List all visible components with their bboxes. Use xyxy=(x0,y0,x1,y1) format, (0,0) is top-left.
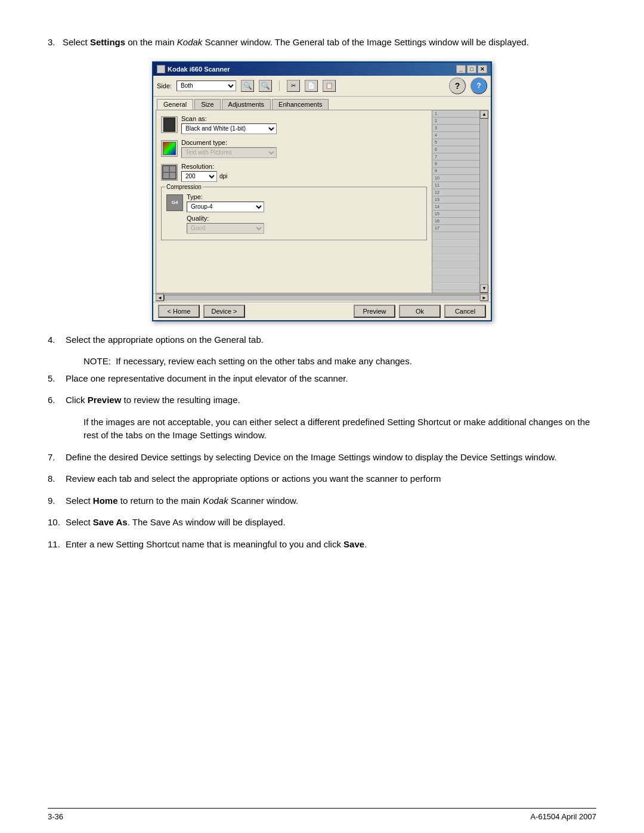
compression-icon: G4 xyxy=(166,194,183,211)
device-button[interactable]: Device > xyxy=(203,305,245,318)
scan-as-row: Scan as: Black and White (1-bit) xyxy=(161,115,427,134)
page-number: 3-36 xyxy=(48,812,63,821)
compression-type-dropdown[interactable]: Group-4 xyxy=(187,202,264,212)
document-id: A-61504 April 2007 xyxy=(530,812,596,821)
doctype-field-group: Document type: Text with Pictures xyxy=(181,139,277,158)
ok-button[interactable]: Ok xyxy=(399,305,441,318)
minimize-button[interactable]: _ xyxy=(456,65,466,73)
step-5: 5. Place one representative document in … xyxy=(48,372,596,386)
step-10: 10. Select Save As. The Save As window w… xyxy=(48,516,596,529)
dialog-main-panel: Scan as: Black and White (1-bit) xyxy=(156,110,432,293)
toolbar-icon-5[interactable]: 📋 xyxy=(323,80,336,92)
scan-as-dropdown[interactable]: Black and White (1-bit) xyxy=(181,123,277,134)
steps-list: 4. Select the appropriate options on the… xyxy=(48,333,596,552)
doctype-section: Document type: Text with Pictures xyxy=(161,139,427,158)
resolution-label: Resolution: xyxy=(181,163,227,170)
step-4-number: 4. xyxy=(48,333,66,347)
quality-field-group: Quality: Good xyxy=(187,215,264,234)
resolution-field-group: Resolution: 200 dpi xyxy=(181,163,227,182)
close-button[interactable]: ✕ xyxy=(478,65,487,73)
resolution-row: Resolution: 200 dpi xyxy=(161,163,427,182)
note-num xyxy=(48,355,66,368)
empty-space xyxy=(161,240,427,288)
compression-group-box: Compression G4 Type: Group-4 xyxy=(161,187,427,240)
step-9-number: 9. xyxy=(48,494,66,508)
quality-dropdown[interactable]: Good xyxy=(187,223,264,234)
doctype-dropdown[interactable]: Text with Pictures xyxy=(181,147,277,158)
scrollbar-down-button[interactable]: ▼ xyxy=(480,284,488,293)
step-3-number: 3. Select xyxy=(48,37,90,47)
step-6-number: 6. xyxy=(48,394,66,407)
step-7-content: Define the desired Device settings by se… xyxy=(66,451,596,465)
quality-label: Quality: xyxy=(187,215,264,222)
scan-as-field-group: Scan as: Black and White (1-bit) xyxy=(181,115,277,134)
tab-general[interactable]: General xyxy=(157,99,193,110)
titlebar-buttons[interactable]: _ □ ✕ xyxy=(456,65,487,73)
maximize-button[interactable]: □ xyxy=(467,65,476,73)
scroll-right-button[interactable]: ► xyxy=(480,294,488,301)
help-button-2[interactable]: ? xyxy=(470,78,487,94)
dialog-toolbar: Side: Both 🔍 🔍 ✂ 📄 📋 ? ? xyxy=(153,76,491,97)
dialog-title: Kodak i660 Scanner xyxy=(168,66,230,73)
settings-bold: Settings xyxy=(90,37,125,47)
step-8: 8. Review each tab and select the approp… xyxy=(48,472,596,486)
step-4: 4. Select the appropriate options on the… xyxy=(48,333,596,347)
dialog-body: Scan as: Black and White (1-bit) xyxy=(156,110,488,293)
color-icon xyxy=(161,140,178,157)
toolbar-icon-4[interactable]: 📄 xyxy=(305,80,318,92)
step-11: 11. Enter a new Setting Shortcut name th… xyxy=(48,538,596,552)
resolution-icon xyxy=(161,164,178,181)
scan-as-label: Scan as: xyxy=(181,115,277,122)
note-content: NOTE: If necessary, review each setting … xyxy=(83,355,596,368)
scan-as-section: Scan as: Black and White (1-bit) xyxy=(161,115,427,134)
dpi-label: dpi xyxy=(219,173,227,179)
scan-icon xyxy=(161,116,178,133)
compression-group-title: Compression xyxy=(165,184,203,190)
cancel-button[interactable]: Cancel xyxy=(444,305,486,318)
resolution-controls: 200 dpi xyxy=(181,171,227,182)
toolbar-icon-2[interactable]: 🔍 xyxy=(259,80,272,92)
step-11-content: Enter a new Setting Shortcut name that i… xyxy=(66,538,596,552)
dialog-footer: < Home Device > Preview Ok Cancel xyxy=(153,302,491,320)
step-6c-content: If the images are not acceptable, you ca… xyxy=(83,416,596,442)
tab-adjustments[interactable]: Adjustments xyxy=(222,99,271,110)
home-button[interactable]: < Home xyxy=(158,305,200,318)
toolbar-icon-1[interactable]: 🔍 xyxy=(241,80,254,92)
step-5-content: Place one representative document in the… xyxy=(66,372,596,386)
step-9-content: Select Home to return to the main Kodak … xyxy=(66,494,596,508)
scroll-left-button[interactable]: ◄ xyxy=(156,294,164,301)
side-dropdown[interactable]: Both xyxy=(177,80,236,91)
step-9: 9. Select Home to return to the main Kod… xyxy=(48,494,596,508)
step-11-number: 11. xyxy=(48,538,66,552)
quality-row: Quality: Good xyxy=(166,215,422,234)
scrollbar-up-button[interactable]: ▲ xyxy=(480,110,488,119)
step-8-content: Review each tab and select the appropria… xyxy=(66,472,596,486)
compression-type-row: G4 Type: Group-4 xyxy=(166,193,422,212)
dialog-scrollbar[interactable]: ▲ ▼ xyxy=(479,110,488,293)
step-10-content: Select Save As. The Save As window will … xyxy=(66,516,596,529)
kodak-italic: Kodak xyxy=(177,37,203,47)
resolution-dropdown[interactable]: 200 xyxy=(181,171,217,182)
compression-type-label: Type: xyxy=(187,193,264,200)
preview-ruler: 1 2 3 4 5 6 7 8 9 10 11 12 13 14 15 16 1 xyxy=(432,110,479,293)
step-6c-num xyxy=(48,416,66,442)
side-label: Side: xyxy=(157,82,172,89)
tab-size[interactable]: Size xyxy=(194,99,220,110)
preview-button[interactable]: Preview xyxy=(354,305,395,318)
horizontal-scrollbar[interactable]: ◄ ► xyxy=(153,293,491,302)
step-6-continuation: If the images are not acceptable, you ca… xyxy=(48,416,596,442)
resolution-section: Resolution: 200 dpi xyxy=(161,163,427,182)
step-10-number: 10. xyxy=(48,516,66,529)
dialog-tabs: General Size Adjustments Enhancements xyxy=(153,97,491,110)
h-scrollbar-track xyxy=(164,295,480,301)
step-5-number: 5. xyxy=(48,372,66,386)
toolbar-icon-3[interactable]: ✂ xyxy=(287,80,300,92)
step-4-content: Select the appropriate options on the Ge… xyxy=(66,333,596,347)
doctype-row: Document type: Text with Pictures xyxy=(161,139,427,158)
titlebar-left: Kodak i660 Scanner xyxy=(157,65,230,73)
tab-enhancements[interactable]: Enhancements xyxy=(272,99,329,110)
doctype-label: Document type: xyxy=(181,139,277,146)
scrollbar-track xyxy=(480,119,488,284)
dialog-preview-panel: 1 2 3 4 5 6 7 8 9 10 11 12 13 14 15 16 1 xyxy=(432,110,479,293)
help-button-1[interactable]: ? xyxy=(449,78,466,94)
